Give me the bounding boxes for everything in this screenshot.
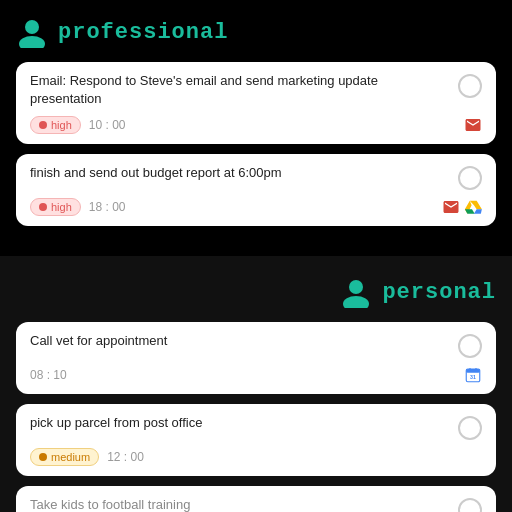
badge-dot: [39, 203, 47, 211]
badge-dot: [39, 453, 47, 461]
gmail-icon: [464, 116, 482, 134]
task-meta: high 10 : 00: [30, 116, 126, 134]
svg-point-1: [19, 36, 45, 48]
gdrive-icon: [464, 198, 482, 216]
priority-badge: high: [30, 116, 81, 134]
professional-section: professional Email: Respond to Steve's e…: [0, 0, 512, 256]
task-meta: medium 12 : 00: [30, 448, 144, 466]
task-time: 10 : 00: [89, 118, 126, 132]
badge-dot: [39, 121, 47, 129]
task-meta: high 18 : 00: [30, 198, 126, 216]
task-meta: 08 : 10: [30, 368, 67, 382]
task-time: 08 : 10: [30, 368, 67, 382]
task-card: Call vet for appointment 08 : 10 31: [16, 322, 496, 394]
task-complete-button[interactable]: [458, 334, 482, 358]
task-card: Email: Respond to Steve's email and send…: [16, 62, 496, 144]
task-title: Take kids to football training: [30, 496, 458, 512]
task-complete-button[interactable]: [458, 498, 482, 512]
professional-header: professional: [16, 16, 496, 48]
svg-point-2: [349, 280, 363, 294]
gcal-icon: 31: [464, 366, 482, 384]
task-icons: [464, 116, 482, 134]
personal-avatar: [340, 276, 372, 308]
task-title: finish and send out budget report at 6:0…: [30, 164, 458, 182]
priority-badge: medium: [30, 448, 99, 466]
task-title: pick up parcel from post office: [30, 414, 458, 432]
task-card: finish and send out budget report at 6:0…: [16, 154, 496, 226]
task-icons: [442, 198, 482, 216]
svg-point-0: [25, 20, 39, 34]
personal-header: personal: [16, 276, 496, 308]
professional-avatar: [16, 16, 48, 48]
task-time: 18 : 00: [89, 200, 126, 214]
personal-section: personal Call vet for appointment 08 : 1…: [0, 256, 512, 512]
task-complete-button[interactable]: [458, 416, 482, 440]
svg-text:31: 31: [470, 374, 476, 380]
svg-rect-5: [466, 369, 480, 373]
task-card: pick up parcel from post office medium 1…: [16, 404, 496, 476]
task-time: 12 : 00: [107, 450, 144, 464]
task-title: Email: Respond to Steve's email and send…: [30, 72, 458, 108]
personal-title: personal: [382, 280, 496, 305]
task-icons: 31: [464, 366, 482, 384]
task-card: Take kids to football training high 19 :…: [16, 486, 496, 512]
professional-title: professional: [58, 20, 228, 45]
gmail-icon: [442, 198, 460, 216]
task-complete-button[interactable]: [458, 166, 482, 190]
task-complete-button[interactable]: [458, 74, 482, 98]
svg-point-3: [343, 296, 369, 308]
task-title: Call vet for appointment: [30, 332, 458, 350]
priority-badge: high: [30, 198, 81, 216]
